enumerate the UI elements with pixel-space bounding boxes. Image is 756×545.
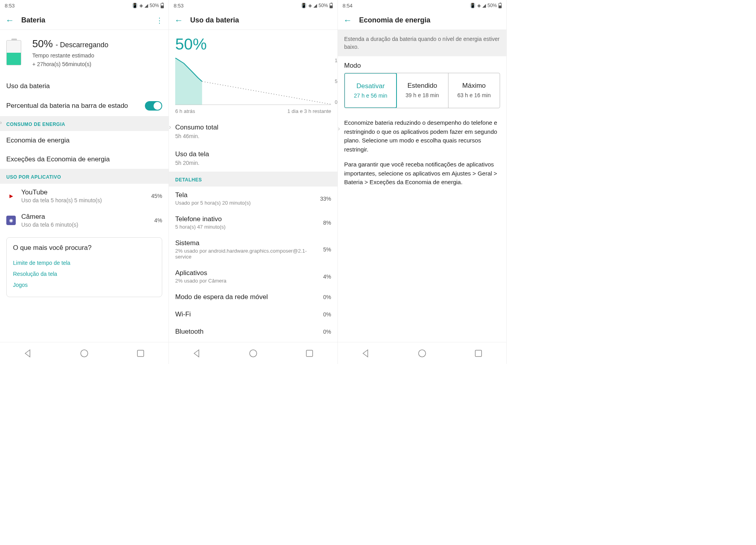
- battery-icon: [161, 3, 164, 8]
- detail-pct: 33%: [320, 196, 331, 202]
- battery-icon: [330, 3, 333, 8]
- battery-status: - Descarregando: [56, 41, 108, 49]
- battery-info: 50% - Descarregando Tempo restante estim…: [32, 38, 108, 67]
- app-row-camera[interactable]: ◉ CâmeraUso da tela 6 minuto(s) 4%: [0, 208, 169, 233]
- overflow-icon[interactable]: ⋮: [156, 16, 163, 25]
- back-icon[interactable]: ←: [174, 15, 183, 26]
- nav-back-button[interactable]: [361, 349, 371, 358]
- mode-maximum[interactable]: Máximo 63 h e 16 min: [448, 73, 500, 108]
- vibrate-icon: 📳: [470, 3, 476, 8]
- screen-usage-row[interactable]: Uso da tela 5h 20min.: [169, 145, 337, 172]
- detail-title: Modo de espera da rede móvel: [175, 293, 318, 301]
- screen-usage: 8:53 📳 ◈ ◢ 50% ← Uso da bateria 50% 100%…: [169, 0, 338, 364]
- description-2: Para garantir que você receba notificaçõ…: [338, 157, 506, 190]
- svg-point-0: [81, 350, 88, 357]
- section-per-app: USO POR APLICATIVO: [0, 169, 169, 184]
- svg-rect-6: [475, 350, 482, 357]
- detail-row[interactable]: TelaUsado por 5 hora(s) 20 minuto(s)33%: [169, 187, 337, 211]
- wifi-icon: ◈: [308, 3, 312, 8]
- screen-battery: 8:53 📳 ◈ ◢ 50% ← Bateria ⋮ 50% - Descarr…: [0, 0, 169, 364]
- detail-title: Tela: [175, 191, 315, 199]
- status-bar: 8:53 📳 ◈ ◢ 50%: [169, 0, 337, 11]
- app-row-youtube[interactable]: ▶ YouTubeUso da tela 5 hora(s) 5 minuto(…: [0, 184, 169, 208]
- chart-left-label: 6 h atrás: [175, 108, 195, 114]
- battery-percent: 50%: [32, 38, 53, 50]
- detail-row[interactable]: Telefone inativo5 hora(s) 47 minuto(s)8%: [169, 211, 337, 235]
- suggestions-card: O que mais você procura? Limite de tempo…: [6, 237, 162, 297]
- link-resolution[interactable]: Resolução da tela: [13, 268, 156, 279]
- detail-sub: 2% usado por android.hardware.graphics.c…: [175, 248, 318, 260]
- nav-bar: [0, 342, 169, 364]
- info-banner: Estenda a duração da bateria quando o ní…: [338, 30, 506, 56]
- nav-bar: [338, 342, 506, 364]
- content: Estenda a duração da bateria quando o ní…: [338, 30, 506, 342]
- battery-pct: 50%: [150, 3, 159, 8]
- app-sub: Uso da tela 6 minuto(s): [21, 222, 149, 228]
- content: 50% - Descarregando Tempo restante estim…: [0, 30, 169, 342]
- section-details: DETALHES: [169, 172, 337, 187]
- app-sub: Uso da tela 5 hora(s) 5 minuto(s): [21, 197, 146, 203]
- battery-pct: 50%: [319, 3, 328, 8]
- svg-rect-1: [137, 350, 144, 357]
- app-pct: 45%: [151, 193, 162, 199]
- detail-sub: 2% usado por Câmera: [175, 278, 318, 284]
- page-title: Bateria: [21, 16, 149, 24]
- detail-row[interactable]: Aplicativos2% usado por Câmera4%: [169, 264, 337, 288]
- battery-pct: 50%: [487, 3, 497, 8]
- energy-exceptions-link[interactable]: Exceções da Economia de energia: [0, 150, 169, 169]
- signal-icon: ◢: [482, 3, 486, 8]
- detail-pct: 8%: [323, 220, 331, 226]
- detail-title: Sistema: [175, 239, 318, 247]
- chevron-right-icon: ›: [0, 119, 2, 126]
- screen-header: ← Economia de energia: [338, 11, 506, 30]
- camera-icon: ◉: [6, 216, 16, 225]
- energy-saving-link[interactable]: Economia de energia: [0, 131, 169, 150]
- detail-row[interactable]: Bluetooth0%: [169, 323, 337, 340]
- detail-pct: 5%: [323, 246, 331, 253]
- nav-recent-button[interactable]: [474, 349, 483, 358]
- section-consumption: ›CONSUMO DE ENERGIA: [0, 116, 169, 131]
- card-title: O que mais você procura?: [13, 244, 156, 252]
- detail-row[interactable]: Sistema2% usado por android.hardware.gra…: [169, 235, 337, 264]
- status-time: 8:53: [5, 3, 15, 9]
- mode-disable[interactable]: Desativar 27 h e 56 min: [344, 73, 397, 108]
- battery-summary: 50% - Descarregando Tempo restante estim…: [0, 30, 169, 77]
- nav-recent-button[interactable]: [136, 349, 145, 358]
- detail-sub: 5 hora(s) 47 minuto(s): [175, 224, 318, 230]
- toggle-switch[interactable]: [145, 101, 162, 111]
- percent-statusbar-toggle-row[interactable]: Percentual da bateria na barra de estado: [0, 96, 169, 116]
- screen-economy: 8:54 📳 ◈ ◢ 50% ← Economia de energia Est…: [338, 0, 507, 364]
- nav-back-button[interactable]: [23, 349, 33, 358]
- chevron-right-icon: ›: [169, 124, 171, 131]
- signal-icon: ◢: [313, 3, 317, 8]
- nav-home-button[interactable]: [248, 349, 258, 358]
- battery-usage-link[interactable]: Uso da bateria: [0, 77, 169, 96]
- nav-recent-button[interactable]: [305, 349, 314, 358]
- nav-home-button[interactable]: [80, 349, 89, 358]
- app-name: Câmera: [21, 213, 149, 221]
- detail-row[interactable]: Modo de espera da rede móvel0%: [169, 288, 337, 306]
- back-icon[interactable]: ←: [343, 15, 352, 26]
- nav-back-button[interactable]: [192, 349, 202, 358]
- mode-extended[interactable]: Estendido 39 h e 18 min: [397, 73, 448, 108]
- estimate-value: + 27hora(s) 56minuto(s): [32, 61, 108, 67]
- status-icons: 📳 ◈ ◢ 50%: [470, 3, 502, 8]
- page-title: Economia de energia: [359, 16, 501, 24]
- link-screen-time[interactable]: Limite de tempo de tela: [13, 257, 156, 268]
- page-title: Uso da bateria: [190, 16, 332, 24]
- back-icon[interactable]: ←: [6, 15, 14, 26]
- detail-title: Telefone inativo: [175, 215, 318, 223]
- total-consumption-row[interactable]: Consumo total 5h 46min.: [169, 118, 337, 145]
- screen-header: ← Uso da bateria: [169, 11, 337, 30]
- link-games[interactable]: Jogos: [13, 279, 156, 290]
- wifi-icon: ◈: [477, 3, 481, 8]
- detail-row[interactable]: Wi-Fi0%: [169, 306, 337, 323]
- svg-point-5: [419, 350, 426, 357]
- battery-chart[interactable]: 100% 50% 0%: [175, 58, 331, 105]
- toggle-label: Percentual da bateria na barra de estado: [6, 102, 128, 110]
- screen-header: ← Bateria ⋮: [0, 11, 169, 30]
- detail-pct: 4%: [323, 273, 331, 280]
- detail-title: Bluetooth: [175, 328, 318, 336]
- nav-home-button[interactable]: [417, 349, 427, 358]
- battery-visual-icon: [6, 40, 21, 65]
